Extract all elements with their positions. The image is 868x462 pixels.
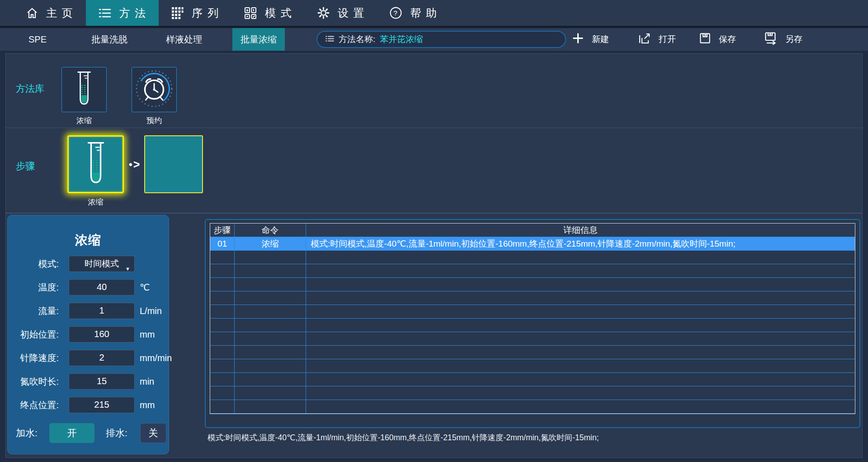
table-row-empty[interactable] bbox=[210, 373, 855, 386]
step-arrow-icon: •> bbox=[129, 158, 140, 171]
mode-dropdown[interactable]: 时间模式 ▼ bbox=[69, 256, 135, 272]
table-row-selected[interactable]: 01 浓缩 模式:时间模式,温度-40℃,流量-1ml/min,初始位置-160… bbox=[210, 237, 855, 251]
method-name-value: 苯并芘浓缩 bbox=[380, 33, 423, 45]
form-row-toggles: 加水: 开 排水: 关 bbox=[8, 423, 169, 443]
tab-batch-concentration[interactable]: 批量浓缩 bbox=[232, 28, 285, 51]
table-row-empty[interactable] bbox=[210, 400, 855, 414]
form-row-nitrogen-time: 氮吹时长: 15 min bbox=[8, 373, 169, 390]
start-position-input[interactable]: 160 bbox=[69, 326, 135, 343]
new-button[interactable]: 新建 bbox=[572, 28, 609, 51]
save-as-icon bbox=[764, 32, 778, 47]
add-water-toggle[interactable]: 开 bbox=[49, 423, 94, 443]
cell-detail: 模式:时间模式,温度-40℃,流量-1ml/min,初始位置-160mm,终点位… bbox=[306, 237, 855, 251]
test-tube-icon bbox=[73, 70, 95, 109]
save-as-button[interactable]: 另存 bbox=[764, 28, 802, 51]
save-button[interactable]: 保存 bbox=[699, 28, 736, 51]
step-card-concentrate-selected[interactable] bbox=[67, 135, 124, 193]
end-position-input[interactable]: 215 bbox=[69, 397, 135, 413]
header-detail: 详细信息 bbox=[306, 224, 855, 237]
nav-item-sequence[interactable]: 序 列 bbox=[159, 0, 231, 26]
header-step: 步骤 bbox=[210, 224, 235, 237]
form-row-start-position: 初始位置: 160 mm bbox=[8, 326, 169, 343]
concentrate-form: 浓缩 模式: 时间模式 ▼ 温度: 40 ℃ 流量: 1 L/min 初始位置: bbox=[7, 215, 169, 454]
drain-toggle[interactable]: 关 bbox=[140, 423, 166, 443]
table-row-empty[interactable] bbox=[210, 305, 855, 319]
steps-panel-label: 步骤 bbox=[16, 160, 35, 172]
nav-item-label: 方 法 bbox=[119, 6, 147, 20]
method-name-input[interactable]: 方法名称: 苯并芘浓缩 bbox=[316, 31, 566, 48]
open-button[interactable]: 打开 bbox=[638, 28, 676, 51]
steps-table: 步骤 命令 详细信息 01 浓缩 模式:时间模式,温度-40℃,流量-1ml/m… bbox=[210, 223, 855, 414]
nav-item-settings[interactable]: 设 置 bbox=[305, 0, 377, 26]
method-name-label: 方法名称: bbox=[339, 33, 375, 45]
tab-batch-elution[interactable]: 批量洗脱 bbox=[83, 28, 136, 51]
form-row-temperature: 温度: 40 ℃ bbox=[8, 279, 169, 295]
nav-item-help[interactable]: ? 帮 助 bbox=[377, 0, 450, 26]
test-tube-icon bbox=[82, 140, 110, 188]
step-detail-panel: 浓缩 模式: 时间模式 ▼ 温度: 40 ℃ 流量: 1 L/min 初始位置: bbox=[5, 213, 863, 458]
sequence-grid-icon bbox=[171, 6, 184, 19]
save-icon bbox=[699, 32, 711, 47]
steps-panel: 步骤 •> 浓缩 bbox=[5, 128, 863, 213]
table-row-empty[interactable] bbox=[210, 359, 855, 373]
table-row-empty[interactable] bbox=[210, 386, 855, 400]
nav-item-mode[interactable]: 模 式 bbox=[231, 0, 305, 26]
table-body: 01 浓缩 模式:时间模式,温度-40℃,流量-1ml/min,初始位置-160… bbox=[210, 237, 855, 414]
table-row-empty[interactable] bbox=[210, 332, 855, 346]
tab-spe[interactable]: SPE bbox=[11, 28, 64, 51]
nitrogen-time-input[interactable]: 15 bbox=[69, 373, 135, 390]
plus-icon bbox=[572, 32, 584, 47]
form-title: 浓缩 bbox=[8, 232, 169, 249]
table-row-empty[interactable] bbox=[210, 319, 855, 332]
library-item-schedule[interactable] bbox=[132, 67, 177, 112]
library-item-caption: 预约 bbox=[132, 115, 177, 126]
form-row-end-position: 终点位置: 215 mm bbox=[8, 397, 169, 413]
library-item-concentrate[interactable] bbox=[61, 67, 107, 112]
svg-text:?: ? bbox=[394, 9, 399, 17]
steps-table-container: 步骤 命令 详细信息 01 浓缩 模式:时间模式,温度-40℃,流量-1ml/m… bbox=[205, 219, 860, 428]
form-row-needle-speed: 针降速度: 2 mm/min bbox=[8, 350, 169, 366]
alarm-clock-icon bbox=[135, 69, 174, 110]
home-icon bbox=[26, 7, 38, 19]
flow-input[interactable]: 1 bbox=[69, 303, 135, 319]
gear-icon bbox=[317, 6, 330, 19]
nav-item-label: 帮 助 bbox=[410, 6, 438, 20]
cell-command: 浓缩 bbox=[235, 237, 306, 251]
temperature-input[interactable]: 40 bbox=[69, 279, 135, 295]
tab-sample-processing[interactable]: 样液处理 bbox=[158, 28, 210, 51]
nav-item-label: 主 页 bbox=[46, 6, 74, 20]
step-caption: 浓缩 bbox=[67, 197, 124, 207]
method-list-icon bbox=[98, 7, 112, 19]
cell-step: 01 bbox=[210, 237, 235, 251]
form-row-mode: 模式: 时间模式 ▼ bbox=[8, 256, 169, 272]
nav-item-method[interactable]: 方 法 bbox=[86, 0, 159, 26]
table-header-row: 步骤 命令 详细信息 bbox=[210, 224, 855, 237]
table-row-empty[interactable] bbox=[210, 278, 855, 291]
nav-item-label: 设 置 bbox=[338, 6, 365, 20]
table-row-empty[interactable] bbox=[210, 346, 855, 359]
step-detail-status-text: 模式:时间模式,温度-40℃,流量-1ml/min,初始位置-160mm,终点位… bbox=[208, 432, 599, 443]
mode-blocks-icon bbox=[244, 6, 257, 20]
nav-item-label: 模 式 bbox=[265, 6, 292, 20]
chevron-down-icon: ▼ bbox=[125, 262, 130, 276]
nav-item-label: 序 列 bbox=[192, 6, 219, 20]
top-nav: 主 页 方 法 序 列 模 式 设 置 bbox=[0, 0, 868, 26]
header-command: 命令 bbox=[235, 224, 306, 237]
table-row-empty[interactable] bbox=[210, 291, 855, 305]
list-icon bbox=[326, 35, 334, 44]
method-library-panel: 方法库 浓缩 预约 bbox=[5, 53, 863, 128]
table-row-empty[interactable] bbox=[210, 264, 855, 278]
library-panel-label: 方法库 bbox=[16, 82, 44, 95]
library-item-caption: 浓缩 bbox=[61, 115, 107, 126]
help-circle-icon: ? bbox=[389, 6, 402, 19]
open-icon bbox=[638, 32, 651, 47]
form-row-flow: 流量: 1 L/min bbox=[8, 303, 169, 319]
method-toolbar: SPE 批量洗脱 样液处理 批量浓缩 方法名称: 苯并芘浓缩 新建 打开 bbox=[0, 28, 868, 51]
nav-item-home[interactable]: 主 页 bbox=[14, 0, 86, 26]
table-row-empty[interactable] bbox=[210, 251, 855, 264]
needle-speed-input[interactable]: 2 bbox=[69, 350, 135, 366]
step-empty-slot[interactable] bbox=[144, 135, 203, 193]
app-window: 主 页 方 法 序 列 模 式 设 置 bbox=[0, 0, 868, 462]
